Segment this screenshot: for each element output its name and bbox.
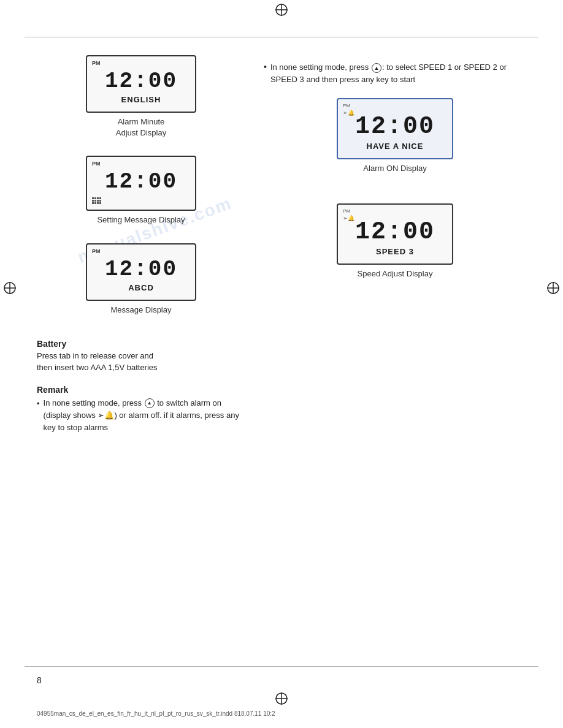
speed-alarm-icon: ➢🔔	[343, 215, 354, 222]
margin-tick-tl	[25, 37, 37, 37]
message-wrapper: PM 12:00 ABCD Message Display	[37, 243, 245, 327]
grid-icon	[92, 197, 102, 205]
alarm-on-time: 12:00	[344, 113, 446, 140]
up-button-icon: ▲	[372, 63, 381, 73]
alarm-minute-caption: Alarm Minute Adjust Display	[116, 116, 166, 138]
alarm-on-wrapper: PM ➢🔔 12:00 HAVE A NICE Alarm ON Display	[264, 98, 526, 185]
alarm-on-sub: HAVE A NICE	[344, 142, 446, 153]
alarm-minute-time: 12:00	[93, 69, 189, 94]
alarm-minute-wrapper: PM 12:00 ENGLISH Alarm Minute Adjust Dis…	[37, 55, 245, 150]
alarm-on-caption: Alarm ON Display	[363, 163, 426, 174]
battery-section: Battery Press tab in to release cover an…	[37, 339, 245, 374]
alarm-bell-icon: ➢🔔	[343, 110, 354, 117]
alarm-on-clock: PM ➢🔔 12:00 HAVE A NICE	[337, 98, 453, 159]
right-bullet-text: In none setting mode, press ▲: to select…	[270, 61, 526, 86]
alarm-on-icons: PM ➢🔔	[343, 103, 354, 116]
alarm-minute-sub: ENGLISH	[93, 95, 189, 107]
reg-mark-left-mid	[2, 281, 17, 295]
speed-time: 12:00	[344, 218, 446, 246]
setting-message-caption: Setting Message Display	[97, 214, 185, 226]
left-column: PM 12:00 ENGLISH Alarm Minute Adjust Dis…	[37, 55, 245, 434]
battery-title: Battery	[37, 339, 245, 349]
message-time: 12:00	[93, 257, 189, 282]
speed-adjust-clock: PM ➢🔔 12:00 SPEED 3	[337, 203, 453, 265]
reg-mark-top-center	[274, 2, 289, 17]
remark-bullet-dot: •	[37, 398, 40, 410]
right-bullet-dot: •	[264, 62, 267, 72]
remark-bullet: • In none setting mode, press ▲ to switc…	[37, 397, 245, 434]
remark-bullet-text: In none setting mode, press ▲ to switch …	[44, 397, 245, 434]
right-bullet-wrapper: • In none setting mode, press ▲: to sele…	[264, 61, 526, 86]
setting-pm: PM	[92, 161, 101, 167]
speed-adjust-caption: Speed Adjust Display	[358, 268, 433, 279]
margin-tick-tr	[526, 37, 538, 37]
right-column: • In none setting mode, press ▲: to sele…	[264, 55, 526, 434]
footer-filename: 04955man_cs_de_el_en_es_fin_fr_hu_it_nl_…	[37, 710, 275, 717]
setting-message-clock: PM 12:00	[86, 156, 196, 211]
remark-title: Remark	[37, 385, 245, 395]
setting-time: 12:00	[93, 169, 189, 194]
page-border-bottom	[25, 666, 538, 667]
message-caption: Message Display	[111, 305, 172, 316]
message-pm: PM	[92, 248, 101, 254]
speed-adjust-wrapper: PM ➢🔔 12:00 SPEED 3 Speed Adjust Display	[264, 203, 526, 290]
speed-pm-indicator: PM	[343, 208, 354, 214]
alarm-minute-pm: PM	[92, 60, 101, 66]
snooze-button-icon: ▲	[145, 398, 155, 408]
speed-sub: SPEED 3	[344, 247, 446, 259]
message-clock: PM 12:00 ABCD	[86, 243, 196, 301]
main-content: PM 12:00 ENGLISH Alarm Minute Adjust Dis…	[37, 55, 526, 661]
setting-message-wrapper: PM 12:00 Setting Message Display	[37, 156, 245, 237]
pm-indicator: PM	[343, 103, 354, 109]
page-number: 8	[37, 675, 42, 685]
alarm-minute-clock: PM 12:00 ENGLISH	[86, 55, 196, 113]
remark-section: Remark • In none setting mode, press ▲ t…	[37, 385, 245, 434]
speed-icons: PM ➢🔔	[343, 208, 354, 222]
battery-text: Press tab in to release cover and then i…	[37, 350, 245, 374]
reg-mark-right-mid	[546, 281, 561, 295]
message-sub: ABCD	[93, 283, 189, 295]
page-border-top	[25, 37, 538, 37]
reg-mark-bottom-center	[274, 691, 289, 706]
